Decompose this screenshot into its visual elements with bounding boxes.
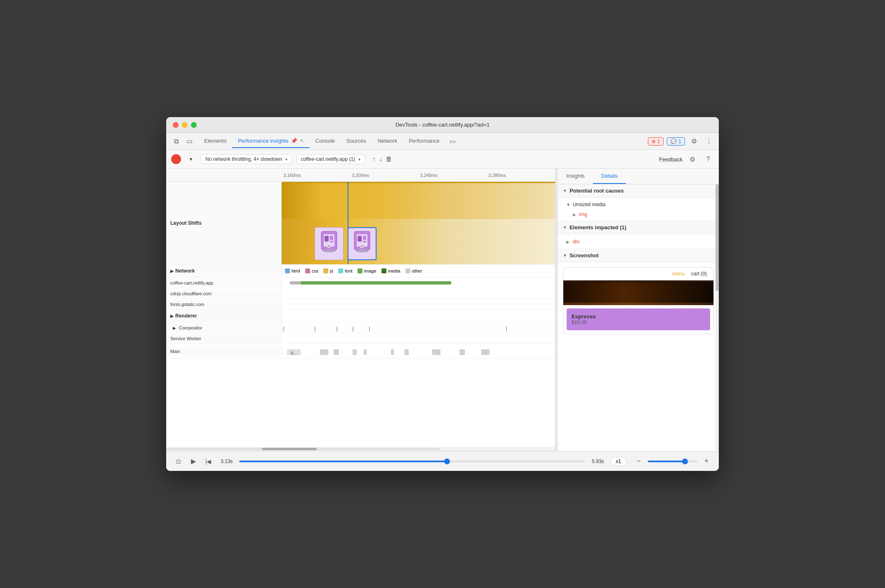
unsized-media-arrow: ▼	[566, 202, 570, 207]
compositor-tick-4	[353, 327, 353, 332]
settings-gear-icon-2[interactable]: ⚙	[687, 153, 698, 165]
img-element[interactable]: ▶ img	[566, 210, 711, 219]
titlebar: DevTools - coffee-cart.netlify.app/?ad=1	[166, 117, 719, 133]
screenshot-toggle-icon[interactable]: ⊡	[173, 456, 184, 467]
div-arrow: ▶	[566, 240, 570, 244]
download-icon[interactable]: ↓	[379, 155, 382, 163]
details-scrollbar-thumb[interactable]	[716, 184, 719, 291]
network-row-2-label: cdnjs.cloudflare.com	[166, 289, 282, 298]
section-arrow-root: ▼	[563, 188, 567, 193]
time-label-1: 3,160ms	[282, 173, 350, 178]
elements-impacted-header[interactable]: ▼ Elements impacted (1)	[558, 221, 719, 234]
message-icon: 💬	[671, 139, 677, 144]
renderer-label: ▶ Renderer	[166, 310, 282, 322]
zoom-slider[interactable]	[648, 461, 697, 462]
tab-details[interactable]: Details	[593, 169, 626, 184]
minimize-button[interactable]	[182, 122, 188, 128]
timeline-cursor	[348, 182, 348, 264]
scrollbar-thumb[interactable]	[262, 448, 317, 450]
scrubber-fill	[239, 461, 447, 462]
settings-gear-icon[interactable]: ⚙	[688, 136, 700, 147]
timeline-panel: 3,160ms 3,200ms 3,240ms 3,280ms Layout S…	[166, 169, 555, 451]
time-scrubber[interactable]	[239, 461, 585, 462]
div-element[interactable]: ▶ div	[566, 236, 711, 247]
ss-product-info: Espresso $10.00	[572, 313, 596, 325]
zoom-in-button[interactable]: +	[701, 456, 712, 467]
collapse-arrow-renderer: ▶	[170, 314, 174, 318]
time-labels: 3,160ms 3,200ms 3,240ms 3,280ms	[282, 173, 555, 178]
device-toggle-icon[interactable]: ▭	[184, 136, 195, 147]
close-button[interactable]	[173, 122, 179, 128]
details-content[interactable]: ▼ Potential root causes ▼ Unsized media …	[558, 184, 719, 451]
play-button[interactable]: ▶	[188, 456, 199, 467]
main-task-9	[459, 349, 465, 355]
compositor-tick-3	[337, 327, 337, 332]
main-task-7	[405, 349, 409, 355]
details-scrollbar[interactable]	[716, 184, 719, 451]
throttling-dropdown[interactable]: No network throttling, 4× slowdown ▾	[201, 154, 292, 164]
image-dot	[358, 268, 362, 273]
tab-performance-insights[interactable]: Performance insights 📌 ✕	[232, 134, 309, 148]
svg-rect-2	[325, 236, 329, 242]
timeline-body[interactable]: Layout Shifts	[166, 182, 555, 447]
screenshot-section: menu cart (0) Espresso	[558, 262, 719, 339]
url-dropdown[interactable]: coffee-cart.netlify.app (1) ▾	[296, 154, 365, 164]
layout-img-before: ☕	[315, 227, 344, 260]
potential-root-causes-header[interactable]: ▼ Potential root causes	[558, 184, 719, 198]
devtools-body: ⧉ ▭ Elements Performance insights 📌 ✕ Co…	[166, 133, 719, 471]
record-button[interactable]	[171, 154, 181, 164]
unsized-media-header[interactable]: ▼ Unsized media	[566, 199, 711, 210]
bar-segment-image	[301, 281, 451, 285]
svg-rect-3	[330, 236, 333, 240]
tab-performance[interactable]: Performance	[403, 134, 445, 148]
horizontal-scrollbar[interactable]	[166, 447, 555, 451]
scrollbar-track	[166, 448, 440, 450]
zoom-thumb[interactable]	[682, 459, 688, 464]
tab-sources[interactable]: Sources	[341, 134, 372, 148]
error-badge[interactable]: ⊗ 1	[648, 137, 664, 146]
upload-icon[interactable]: ↑	[372, 155, 376, 163]
playback-controls: ⊡ ▶ |◀	[173, 456, 214, 467]
scrubber-thumb[interactable]	[444, 459, 450, 464]
delete-icon[interactable]: 🗑	[386, 155, 392, 163]
tab-toolbar: ⧉ ▭ Elements Performance insights 📌 ✕ Co…	[166, 133, 719, 150]
tab-network[interactable]: Network	[372, 134, 403, 148]
screenshot-header[interactable]: ▼ Screenshot	[558, 249, 719, 262]
message-badge[interactable]: 💬 1	[667, 137, 685, 146]
tab-console[interactable]: Console	[309, 134, 341, 148]
network-row-3-bar	[282, 301, 555, 308]
compositor-label: ▶ Compositor	[166, 324, 282, 332]
chevron-down-icon: ▾	[358, 157, 360, 162]
legend-image: image	[358, 268, 377, 273]
end-time: 5.93s	[592, 459, 604, 464]
svg-rect-9	[358, 236, 362, 242]
main-task-r: R...	[287, 349, 301, 355]
tab-insights[interactable]: Insights	[558, 169, 593, 184]
zoom-out-button[interactable]: −	[633, 456, 645, 467]
ss-hero-image	[563, 280, 713, 305]
tab-elements[interactable]: Elements	[198, 134, 232, 148]
service-worker-label: Service Worker	[166, 334, 282, 343]
cursor-icon[interactable]: ⧉	[170, 136, 182, 147]
speed-control[interactable]: x1	[610, 457, 626, 466]
details-panel: Insights Details ▼ Potential root causes	[558, 169, 719, 451]
more-tabs-button[interactable]: >>	[445, 135, 460, 148]
feedback-button[interactable]: Feedback	[659, 156, 683, 162]
main-task-8	[432, 349, 440, 355]
compositor-tick-6	[506, 327, 507, 332]
help-icon[interactable]: ?	[702, 153, 714, 165]
layout-img-after: ☕	[348, 227, 377, 260]
tab-bar: Elements Performance insights 📌 ✕ Consol…	[198, 134, 648, 148]
dropdown-arrow-icon[interactable]: ▾	[185, 153, 197, 165]
legend-js: js	[323, 268, 333, 273]
maximize-button[interactable]	[191, 122, 197, 128]
compositor-tick-1	[283, 327, 284, 332]
skip-to-start-button[interactable]: |◀	[202, 456, 214, 467]
more-options-icon[interactable]: ⋮	[703, 136, 715, 147]
main-task-10	[481, 349, 490, 355]
time-label-4: 3,280ms	[487, 173, 555, 178]
timeline-header: 3,160ms 3,200ms 3,240ms 3,280ms	[166, 169, 555, 182]
tab-close-icon[interactable]: ✕	[300, 138, 304, 143]
html-dot	[285, 268, 290, 273]
toolbar-icons: ⧉ ▭	[170, 136, 195, 147]
